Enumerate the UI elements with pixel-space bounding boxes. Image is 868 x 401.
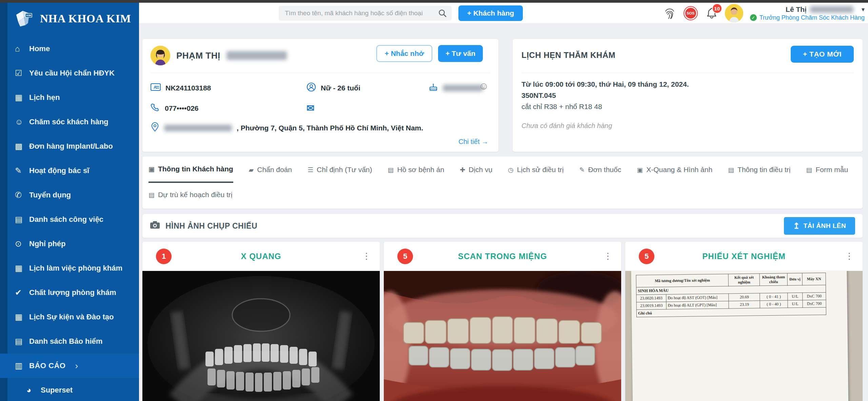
xray-card-title: X QUANG: [142, 252, 380, 261]
tab-services[interactable]: ✚Dịch vụ: [460, 156, 492, 183]
fingerprint-icon: [662, 6, 677, 21]
xray-count-badge: 1: [156, 249, 172, 264]
lab-sheet-image[interactable]: Mã tương đương/Tên xét nghiệm Kết quả xé…: [625, 271, 863, 401]
patient-birthday-field: [429, 82, 483, 93]
sidebar-item-doctor-activity[interactable]: ✎Hoạt động bác sĩ: [0, 159, 139, 183]
envelope-icon: ✉: [307, 103, 314, 114]
imaging-section-title: HÌNH ẢNH CHỤP CHIẾU: [165, 221, 257, 231]
clock-icon: ⊙: [15, 239, 29, 249]
sidebar-item-events-training[interactable]: ▦Lịch Sự kiện và Đào tạo: [0, 305, 139, 329]
kebab-menu-icon[interactable]: ⋮: [604, 251, 612, 261]
sidebar-item-customer-care[interactable]: ☺Chăm sóc khách hàng: [0, 110, 139, 134]
shield-check-icon: ☑: [15, 68, 29, 78]
scan-card-title: SCAN TRONG MIỆNG: [384, 252, 621, 261]
mood-smiley-icon[interactable]: ☺: [478, 81, 489, 91]
notifications-button[interactable]: 10: [704, 5, 719, 21]
home-icon: ⌂: [15, 44, 29, 54]
kebab-menu-icon[interactable]: ⋮: [845, 251, 854, 261]
patient-name: PHẠM THỊ: [176, 50, 220, 61]
sidebar-item-task-list[interactable]: ▤Danh sách công việc: [0, 207, 139, 232]
tab-indication[interactable]: ☰Chỉ định (Tư vấn): [308, 156, 372, 183]
brand-logo-row[interactable]: KIM NHA KHOA KIM: [14, 9, 131, 28]
lab-card-title: PHIẾU XÉT NGHIỆM: [625, 252, 863, 261]
lab-paper: Mã tương đương/Tên xét nghiệm Kết quả xé…: [631, 271, 848, 401]
user-role: Trưởng Phòng Chăm Sóc Khách Hàng: [760, 14, 865, 21]
sos-button[interactable]: SOS: [683, 5, 698, 21]
sidebar-item-insurance-list[interactable]: ▤Danh sách Bảo hiểm: [0, 329, 139, 354]
patient-phone-field: 077••••026: [151, 103, 307, 114]
pen-icon: ✎: [579, 166, 585, 174]
sidebar-menu: ⌂Home ☑Yêu cầu Hội chẩn HĐYK ▦Lịch hẹn ☺…: [0, 37, 139, 401]
fingerprint-button[interactable]: [662, 5, 677, 21]
top-header: + Khách hàng SOS 10: [139, 3, 868, 24]
add-consult-button[interactable]: + Tư vấn: [438, 45, 483, 62]
tab-prescriptions[interactable]: ✎Đơn thuốc: [579, 156, 621, 183]
sidebar-item-clinic-quality[interactable]: ✔Chất lượng phòng khám: [0, 280, 139, 305]
browser-top-strip: [0, 0, 868, 3]
sidebar: KIM NHA KHOA KIM ⌂Home ☑Yêu cầu Hội chẩn…: [0, 3, 139, 401]
sidebar-item-implant-orders[interactable]: ▩Đơn hàng Implant/Labo: [0, 134, 139, 159]
user-avatar[interactable]: [725, 4, 743, 22]
intraoral-scan-image[interactable]: [384, 271, 621, 401]
tab-diagnosis[interactable]: ▰Chẩn đoán: [249, 156, 292, 183]
clipboard-icon: ▰: [249, 166, 254, 174]
sidebar-item-home[interactable]: ⌂Home: [0, 37, 139, 61]
birthday-cake-icon: [429, 82, 438, 93]
upload-image-button[interactable]: ↥ TẢI ẢNH LÊN: [784, 217, 855, 235]
create-appointment-button[interactable]: + TẠO MỚI: [791, 46, 854, 63]
redacted-patient-name: [226, 51, 287, 60]
history-clock-icon: ◷: [508, 166, 514, 174]
verified-badge-icon: ✓: [750, 14, 757, 21]
lab-results-table: Mã tương đương/Tên xét nghiệm Kết quả xé…: [636, 273, 826, 317]
kebab-menu-icon[interactable]: ⋮: [362, 251, 371, 261]
kim-diamond-logo-icon: KIM: [14, 9, 34, 28]
document-icon: ▤: [728, 166, 734, 174]
sidebar-item-consult-request[interactable]: ☑Yêu cầu Hội chẩn HĐYK: [0, 61, 139, 85]
redacted-birthday: [443, 85, 483, 91]
svg-text:KIM: KIM: [26, 14, 31, 17]
lab-count-badge: 5: [639, 249, 654, 264]
xray-gallery-card: 1 X QUANG ⋮: [142, 242, 380, 401]
user-menu[interactable]: Lê Thị ▾ ✓ Trưởng Phòng Chăm Sóc Khách H…: [750, 5, 865, 21]
patient-code-field: A NK241103188: [151, 83, 307, 93]
location-pin-icon: [151, 122, 159, 134]
add-reminder-button[interactable]: + Nhắc nhở: [376, 45, 432, 62]
tab-customer-info[interactable]: ▣Thông tin Khách hàng: [149, 156, 233, 183]
sidebar-item-reports[interactable]: ▥BÁO CÁO›: [0, 354, 139, 378]
search-icon[interactable]: [438, 9, 447, 18]
tab-medical-record[interactable]: ▤Hồ sơ bệnh án: [388, 156, 444, 183]
intraoral-scan-card: 5 SCAN TRONG MIỆNG ⋮: [384, 242, 621, 401]
doctor-icon: ✎: [15, 166, 29, 175]
tab-xray-images[interactable]: ▣X-Quang & Hình ảnh: [637, 156, 712, 183]
sidebar-item-leave[interactable]: ⊙Nghỉ phép: [0, 232, 139, 256]
add-customer-button[interactable]: + Khách hàng: [458, 5, 523, 21]
document-icon: ▤: [388, 166, 394, 174]
appointment-card: LỊCH HẸN THĂM KHÁM + TẠO MỚI Từ lúc 09:0…: [513, 39, 863, 152]
tab-form-templates[interactable]: ▤Form mẫu: [806, 156, 848, 183]
check-person-icon: ✔: [15, 288, 29, 297]
document-icon: ▤: [15, 337, 29, 346]
list-icon: ☰: [308, 166, 313, 174]
tab-treatment-info[interactable]: ▤Thông tin điều trị: [728, 156, 790, 183]
plus-box-icon: ✚: [460, 166, 465, 174]
patient-detail-link[interactable]: Chi tiết →: [458, 138, 488, 146]
panoramic-xray-image[interactable]: [142, 271, 380, 401]
appointment-code: 350NT.045: [521, 91, 556, 100]
document-icon: ▤: [806, 166, 812, 174]
scan-count-badge: 5: [397, 249, 413, 264]
lab-sheet-card: 5 PHIẾU XÉT NGHIỆM ⋮ Mã tương đương/Tên …: [625, 242, 863, 401]
appointment-time: Từ lúc 09:00 tới 09:30, thứ Hai, 09 thán…: [521, 80, 689, 88]
patient-email-field: ✉: [307, 103, 314, 114]
tab-treatment-plan-estimate[interactable]: ▤Dự trù kế hoạch điều trị: [149, 182, 232, 208]
sidebar-item-clinic-schedule[interactable]: ▦Lịch làm việc phòng khám: [0, 256, 139, 280]
tab-treatment-history[interactable]: ◷Lịch sử điều trị: [508, 156, 564, 183]
search-input[interactable]: [285, 9, 438, 17]
sidebar-item-recruitment[interactable]: ✆Tuyển dụng: [0, 183, 139, 207]
person-circle-icon: [307, 82, 316, 93]
sidebar-item-appointments[interactable]: ▦Lịch hẹn: [0, 85, 139, 110]
imaging-section-bar: HÌNH ẢNH CHỤP CHIẾU ↥ TẢI ẢNH LÊN: [142, 214, 863, 238]
person-icon: ☺: [15, 117, 29, 127]
brand-name: NHA KHOA KIM: [40, 13, 131, 25]
divider: [151, 73, 490, 73]
sidebar-item-superset[interactable]: ◕Superset: [0, 378, 139, 401]
